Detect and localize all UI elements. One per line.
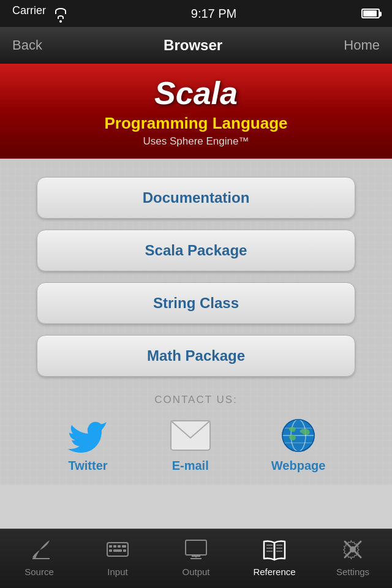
nav-title: Browser [164, 37, 222, 54]
status-bar: Carrier 9:17 PM [0, 0, 392, 27]
twitter-button[interactable]: Twitter [67, 417, 110, 473]
contact-label: CONTACT US: [154, 394, 238, 406]
scala-package-button[interactable]: Scala Package [37, 230, 355, 271]
back-button[interactable]: Back [12, 37, 42, 53]
documentation-button[interactable]: Documentation [37, 177, 355, 219]
email-label: E-mail [172, 459, 209, 473]
reference-icon [261, 536, 288, 563]
svg-rect-13 [109, 549, 112, 552]
tab-bar: Source Input [0, 529, 392, 588]
math-package-button[interactable]: Math Package [37, 335, 355, 377]
output-icon [183, 536, 209, 563]
twitter-label: Twitter [69, 459, 108, 473]
tab-output[interactable]: Output [157, 529, 235, 588]
status-carrier: Carrier [12, 4, 66, 23]
hero-description: Uses Sphere Engine™ [143, 135, 249, 148]
svg-rect-16 [186, 540, 206, 555]
nav-bar: Back Browser Home [0, 27, 392, 64]
input-icon [104, 536, 131, 563]
tab-output-label: Output [182, 567, 209, 577]
main-content: Documentation Scala Package String Class… [0, 159, 392, 485]
tab-input[interactable]: Input [78, 529, 157, 588]
home-button[interactable]: Home [344, 37, 380, 53]
status-battery [361, 9, 380, 18]
svg-rect-15 [123, 549, 126, 552]
source-icon [26, 536, 53, 563]
tab-source[interactable]: Source [0, 529, 78, 588]
tab-source-label: Source [24, 567, 54, 577]
tab-settings[interactable]: Settings [314, 529, 392, 588]
hero-subtitle: Programming Language [104, 114, 287, 133]
tab-reference-label: Reference [253, 567, 295, 577]
email-icon [169, 417, 212, 454]
hero-banner: Scala Programming Language Uses Sphere E… [0, 64, 392, 159]
tab-settings-label: Settings [336, 567, 369, 577]
twitter-icon [67, 417, 110, 454]
svg-rect-10 [113, 545, 116, 548]
webpage-button[interactable]: Webpage [271, 417, 326, 473]
svg-rect-11 [118, 545, 121, 548]
battery-icon [361, 9, 380, 18]
tab-input-label: Input [107, 567, 127, 577]
settings-icon [339, 536, 366, 563]
svg-point-29 [350, 546, 356, 552]
globe-icon [277, 417, 320, 454]
svg-rect-12 [122, 545, 126, 548]
wifi-icon [55, 8, 66, 23]
webpage-label: Webpage [271, 459, 326, 473]
svg-rect-14 [113, 549, 122, 552]
hero-title: Scala [154, 75, 238, 111]
email-button[interactable]: E-mail [169, 417, 212, 473]
svg-rect-9 [109, 545, 112, 548]
contact-section: CONTACT US: Twitter [37, 394, 355, 473]
string-class-button[interactable]: String Class [37, 282, 355, 324]
status-time: 9:17 PM [191, 7, 236, 21]
tab-reference[interactable]: Reference [235, 529, 314, 588]
contact-icons: Twitter E-mail [37, 417, 355, 473]
